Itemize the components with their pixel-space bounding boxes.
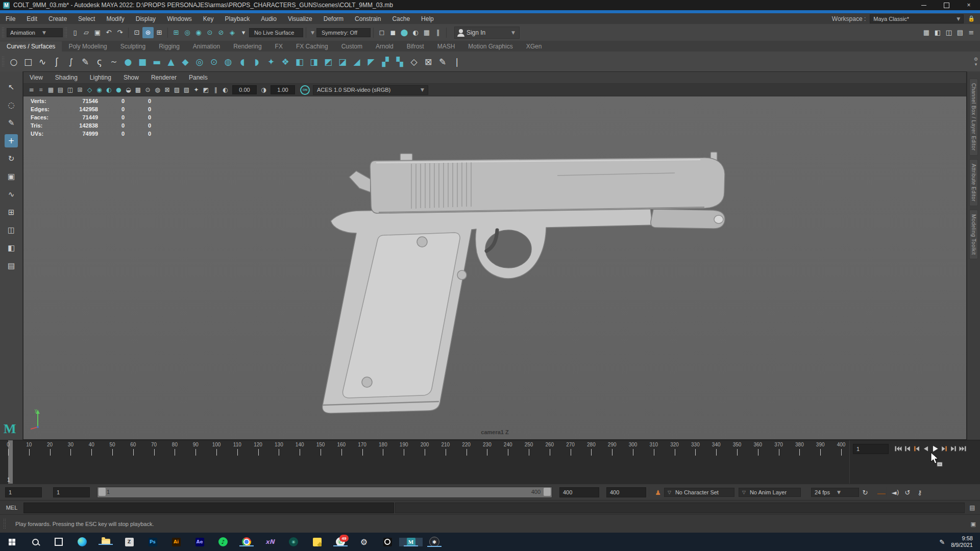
menu-deform[interactable]: Deform bbox=[318, 15, 349, 22]
shelf-options[interactable]: ⚙▾ bbox=[974, 57, 978, 67]
windows-ink-icon[interactable]: ✎ bbox=[939, 538, 945, 546]
menu-modify[interactable]: Modify bbox=[101, 15, 130, 22]
project-curve-icon[interactable]: ▞ bbox=[378, 54, 393, 69]
menu-file[interactable]: File bbox=[0, 15, 21, 22]
make-live-icon[interactable]: ◈ bbox=[227, 27, 238, 38]
move-tool-icon[interactable]: + bbox=[5, 134, 18, 147]
taskbar-sticky-notes[interactable] bbox=[305, 538, 329, 546]
script-editor-icon[interactable]: ▤ bbox=[965, 504, 980, 511]
channel-box-toggle-icon[interactable]: ≡ bbox=[966, 27, 977, 38]
select-hierarchy-icon[interactable]: ⊡ bbox=[131, 27, 142, 38]
undo-icon[interactable]: ↶ bbox=[103, 27, 114, 38]
shelf-tab-animation[interactable]: Animation bbox=[186, 41, 227, 52]
paint-select-tool-icon[interactable]: ✎ bbox=[5, 116, 18, 130]
sync-icon[interactable]: ↺ bbox=[901, 489, 914, 496]
half-sphere-right-icon[interactable]: ◗ bbox=[250, 54, 264, 69]
shadows-icon[interactable]: ◒ bbox=[124, 85, 133, 95]
nurbs-square-icon[interactable]: □ bbox=[21, 54, 35, 69]
timeline-ruler[interactable]: 1 01020304050607080901001101201301401501… bbox=[0, 440, 850, 484]
close-button[interactable]: × bbox=[958, 0, 980, 10]
hypershade-icon[interactable]: ◐ bbox=[410, 27, 421, 38]
workspace-dropdown[interactable]: Maya Classic* ▼ bbox=[870, 14, 964, 23]
menu-select[interactable]: Select bbox=[72, 15, 101, 22]
animation-end-field[interactable]: 400 bbox=[606, 487, 646, 497]
extrude-icon[interactable]: ◪ bbox=[335, 54, 350, 69]
viewport-menu-view[interactable]: View bbox=[23, 74, 49, 81]
taskbar-maya[interactable]: M bbox=[399, 538, 423, 546]
range-slider[interactable]: 1 400 bbox=[97, 487, 552, 498]
pause-viewport-icon[interactable]: ∥ bbox=[432, 27, 444, 38]
arc-two-point-icon[interactable]: ～ bbox=[107, 54, 121, 69]
cone-icon[interactable]: ▲ bbox=[164, 54, 178, 69]
taskbar-clock[interactable]: 9:58 8/9/2021 bbox=[951, 535, 973, 548]
exposure-field[interactable]: 0.00 bbox=[232, 85, 257, 94]
command-output-icon[interactable]: ▣ bbox=[971, 521, 976, 528]
select-tool-icon[interactable]: ↖ bbox=[5, 81, 18, 94]
arc-three-point-icon[interactable]: ς bbox=[92, 54, 107, 69]
character-set-icon[interactable]: ♟ bbox=[652, 489, 664, 496]
workspace-lock-icon[interactable]: 🔒 bbox=[968, 15, 975, 22]
planar-icon[interactable]: ◩ bbox=[321, 54, 335, 69]
lasso-tool-icon[interactable]: ◌ bbox=[5, 98, 18, 112]
character-set-dropdown[interactable]: ▽ No Character Set bbox=[664, 488, 734, 497]
taskbar-whatsapp[interactable]: ✆49 bbox=[329, 537, 352, 546]
new-scene-icon[interactable]: ▯ bbox=[69, 27, 81, 38]
taskbar-file-explorer[interactable] bbox=[94, 539, 117, 545]
viewport-menu-lighting[interactable]: Lighting bbox=[84, 74, 117, 81]
taskbar-zbrush[interactable]: Z bbox=[117, 538, 141, 546]
menu-visualize[interactable]: Visualize bbox=[282, 15, 318, 22]
redo-icon[interactable]: ↷ bbox=[114, 27, 126, 38]
snap-point-icon[interactable]: ◉ bbox=[193, 27, 204, 38]
four-view-layout-icon[interactable]: ⊞ bbox=[5, 206, 18, 219]
snap-grid-icon[interactable]: ⊞ bbox=[170, 27, 182, 38]
menu-key[interactable]: Key bbox=[198, 15, 219, 22]
open-scene-icon[interactable]: ▱ bbox=[81, 27, 92, 38]
grid-toggle-icon[interactable]: ✦ bbox=[191, 85, 201, 95]
shelf-tab-motion-graphics[interactable]: Motion Graphics bbox=[461, 41, 519, 52]
bezier-curve-icon[interactable]: ∫ bbox=[64, 54, 78, 69]
taskbar-xnormal[interactable]: xN bbox=[258, 538, 282, 545]
snap-curve-icon[interactable]: ◎ bbox=[182, 27, 193, 38]
viewport-3d-area[interactable]: Verts:7154600Edges:14295800Faces:7144900… bbox=[23, 96, 966, 439]
lock-camera-icon[interactable]: ⌗ bbox=[36, 85, 46, 95]
camera-attributes-icon[interactable]: ▦ bbox=[46, 85, 56, 95]
trim-icon[interactable]: ▚ bbox=[393, 54, 407, 69]
playback-start-field[interactable]: 1 bbox=[53, 487, 90, 497]
shelf-tab-rigging[interactable]: Rigging bbox=[152, 41, 186, 52]
pistol-model[interactable] bbox=[317, 147, 746, 418]
exposure-icon[interactable]: ◐ bbox=[220, 85, 230, 95]
select-object-icon[interactable]: ⊛ bbox=[142, 27, 154, 38]
taskbar-start[interactable] bbox=[0, 539, 23, 545]
menu-help[interactable]: Help bbox=[415, 15, 439, 22]
grip-handle[interactable] bbox=[2, 56, 5, 67]
hypershade-toggle-icon[interactable]: ◧ bbox=[932, 27, 943, 38]
menu-audio[interactable]: Audio bbox=[255, 15, 282, 22]
menu-cache[interactable]: Cache bbox=[386, 15, 415, 22]
mute-audio-icon[interactable]: ◄) bbox=[889, 489, 901, 496]
ipr-render-icon[interactable]: ◼ bbox=[387, 27, 399, 38]
taskbar-chrome[interactable] bbox=[235, 537, 258, 546]
playback-end-field[interactable]: 400 bbox=[559, 487, 599, 497]
menu-edit[interactable]: Edit bbox=[21, 15, 43, 22]
render-settings-icon[interactable]: ⬤ bbox=[399, 27, 410, 38]
shelf-tab-poly-modeling[interactable]: Poly Modeling bbox=[62, 41, 113, 52]
joints-xray-icon[interactable]: ▧ bbox=[182, 85, 191, 95]
play-backwards-button[interactable] bbox=[921, 444, 930, 453]
birail-icon[interactable]: ◢ bbox=[350, 54, 364, 69]
auto-key-icon[interactable]: ⚷ bbox=[914, 489, 926, 496]
half-sphere-left-icon[interactable]: ◖ bbox=[235, 54, 250, 69]
snap-options-chevron-icon[interactable]: ▾ bbox=[238, 27, 249, 38]
outliner-layout-icon[interactable]: ▤ bbox=[5, 259, 18, 272]
taskbar-after-effects[interactable]: Ae bbox=[188, 538, 211, 546]
step-back-key-button[interactable] bbox=[912, 444, 921, 453]
step-back-frame-button[interactable] bbox=[903, 444, 912, 453]
taskbar-spotify[interactable]: ♪ bbox=[211, 537, 235, 546]
shelf-tab-curves-surfaces[interactable]: Curves / Surfaces bbox=[0, 41, 62, 52]
two-pane-layout-icon[interactable]: ◫ bbox=[5, 223, 18, 237]
scale-tool-icon[interactable]: ▣ bbox=[5, 170, 18, 183]
xray-icon[interactable]: ▨ bbox=[172, 85, 182, 95]
gamma-icon[interactable]: ◑ bbox=[259, 85, 268, 95]
anim-layer-dropdown[interactable]: ▽ No Anim Layer bbox=[739, 488, 801, 497]
menu-display[interactable]: Display bbox=[130, 15, 161, 22]
attach-surfaces-icon[interactable]: ⊠ bbox=[421, 54, 435, 69]
